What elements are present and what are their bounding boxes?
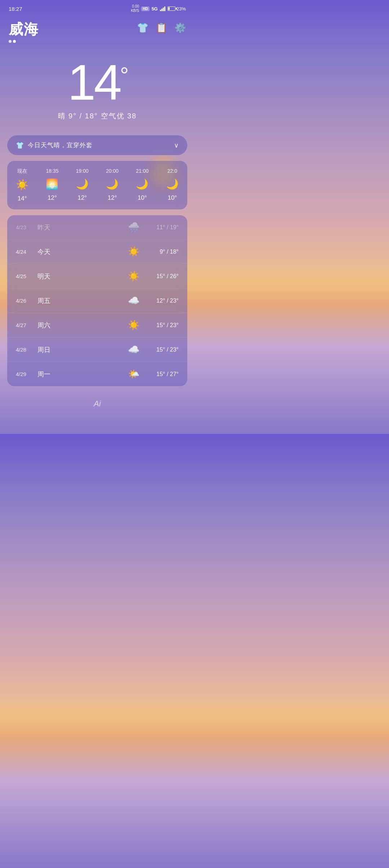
calendar-icon[interactable]: 📋: [156, 22, 167, 33]
hourly-temp: 12°: [108, 194, 117, 202]
hourly-time: 22:0: [167, 168, 177, 174]
suggestion-bar[interactable]: 👕 今日天气晴，宜穿外套 ∨: [7, 135, 187, 155]
daily-date: 4/26: [16, 298, 37, 304]
daily-temp-range: 15° / 26°: [143, 273, 179, 280]
daily-forecast-row[interactable]: 4/24 今天 ☀️ 9° / 18°: [7, 240, 187, 264]
battery-percent: 23%: [176, 6, 186, 12]
daily-forecast-row[interactable]: 4/27 周六 ☀️ 15° / 23°: [7, 313, 187, 338]
hourly-temp: 10°: [167, 194, 177, 202]
hourly-temp: 10°: [138, 194, 147, 202]
daily-temp-range: 9° / 18°: [143, 249, 179, 255]
header-actions: 👕 📋 ⚙️: [137, 22, 186, 33]
daily-forecast-row[interactable]: 4/26 周五 ☁️ 12° / 23°: [7, 289, 187, 313]
hourly-item: 21:00 🌙 10°: [127, 168, 157, 202]
daily-day-name: 周一: [37, 370, 125, 379]
location-dot2: [13, 40, 16, 43]
hourly-weather-icon: 🌅: [46, 178, 58, 190]
daily-date: 4/27: [16, 322, 37, 328]
hourly-temp: 14°: [18, 195, 27, 202]
status-bar: 18:27 0.00 KB/S HD 5G 23%: [0, 0, 194, 16]
hourly-time: 21:00: [136, 168, 148, 174]
hourly-forecast-card: 现在 ☀️ 14° 18:35 🌅 12° 19:00 🌙 12° 20:00 …: [7, 161, 187, 209]
daily-weather-icon: ☀️: [125, 246, 143, 257]
daily-forecast-row[interactable]: 4/25 明天 ☀️ 15° / 26°: [7, 264, 187, 289]
hourly-temp: 12°: [77, 194, 87, 202]
hourly-weather-icon: ☀️: [16, 179, 28, 191]
daily-day-name: 周六: [37, 321, 125, 330]
hourly-weather-icon: 🌙: [166, 178, 179, 190]
hourly-time: 18:35: [46, 168, 58, 174]
suggestion-text-area: 👕 今日天气晴，宜穿外套: [16, 141, 93, 149]
city-name: 威海: [9, 19, 39, 39]
daily-date: 4/29: [16, 371, 37, 377]
daily-date: 4/25: [16, 273, 37, 279]
daily-day-name: 明天: [37, 272, 125, 281]
daily-forecast-row[interactable]: 4/23 昨天 🌧️ 11° / 19°: [7, 215, 187, 240]
suggestion-clothing-icon: 👕: [16, 141, 24, 149]
weather-description: 晴 9° / 18° 空气优 38: [9, 111, 186, 121]
hd-badge: HD: [141, 6, 149, 11]
chevron-down-icon: ∨: [174, 141, 179, 149]
settings-icon[interactable]: ⚙️: [174, 22, 186, 33]
hourly-item: 22:0 🌙 10°: [157, 168, 187, 202]
daily-weather-icon: 🌤️: [125, 369, 143, 380]
daily-weather-icon: ☁️: [125, 344, 143, 355]
battery-fill: [168, 7, 170, 10]
daily-temp-range: 11° / 19°: [143, 224, 179, 231]
location-icon: [9, 40, 12, 43]
daily-day-name: 周五: [37, 297, 125, 305]
daily-weather-icon: ☀️: [125, 271, 143, 282]
daily-temp-range: 15° / 27°: [143, 371, 179, 378]
suggestion-text: 今日天气晴，宜穿外套: [28, 141, 93, 149]
city-subtitle: [9, 40, 39, 43]
network-speed: 0.00 KB/S: [131, 4, 139, 13]
daily-forecast-row[interactable]: 4/29 周一 🌤️ 15° / 27°: [7, 362, 187, 386]
main-temp-section: 14° 晴 9° / 18° 空气优 38: [0, 43, 194, 128]
daily-forecast-card: 4/23 昨天 🌧️ 11° / 19° 4/24 今天 ☀️ 9° / 18°…: [7, 215, 187, 386]
hourly-scroll: 现在 ☀️ 14° 18:35 🌅 12° 19:00 🌙 12° 20:00 …: [7, 168, 187, 202]
app-header: 威海 👕 📋 ⚙️: [0, 16, 194, 43]
status-right: 0.00 KB/S HD 5G 23%: [131, 4, 186, 13]
hourly-time: 19:00: [76, 168, 89, 174]
hourly-item: 20:00 🌙 12°: [97, 168, 127, 202]
daily-temp-range: 15° / 23°: [143, 347, 179, 353]
daily-date: 4/28: [16, 347, 37, 353]
daily-day-name: 昨天: [37, 223, 125, 232]
hourly-time: 20:00: [106, 168, 119, 174]
ai-label: Ai: [0, 392, 194, 416]
daily-weather-icon: ☀️: [125, 320, 143, 331]
battery-icon: [167, 6, 175, 11]
hourly-temp: 12°: [48, 194, 57, 202]
daily-temp-range: 12° / 23°: [143, 298, 179, 304]
hourly-item: 18:35 🌅 12°: [37, 168, 67, 202]
daily-day-name: 周日: [37, 345, 125, 354]
current-temperature: 14°: [9, 57, 186, 108]
hourly-weather-icon: 🌙: [136, 178, 148, 190]
hourly-weather-icon: 🌙: [76, 178, 89, 190]
clothing-icon[interactable]: 👕: [137, 22, 148, 33]
daily-forecast-row[interactable]: 4/28 周日 ☁️ 15° / 23°: [7, 338, 187, 362]
daily-date: 4/24: [16, 249, 37, 255]
city-section: 威海: [9, 19, 39, 43]
battery: 23%: [167, 6, 186, 12]
hourly-item: 19:00 🌙 12°: [67, 168, 97, 202]
daily-date: 4/23: [16, 224, 37, 230]
status-time: 18:27: [9, 6, 22, 12]
hourly-time: 现在: [17, 168, 27, 175]
daily-temp-range: 15° / 23°: [143, 322, 179, 329]
hourly-weather-icon: 🌙: [106, 178, 119, 190]
daily-weather-icon: 🌧️: [125, 222, 143, 233]
daily-weather-icon: ☁️: [125, 295, 143, 306]
signal-bars: [160, 6, 165, 11]
hourly-item: 现在 ☀️ 14°: [7, 168, 37, 202]
daily-day-name: 今天: [37, 248, 125, 256]
signal-badge: 5G: [152, 6, 158, 12]
